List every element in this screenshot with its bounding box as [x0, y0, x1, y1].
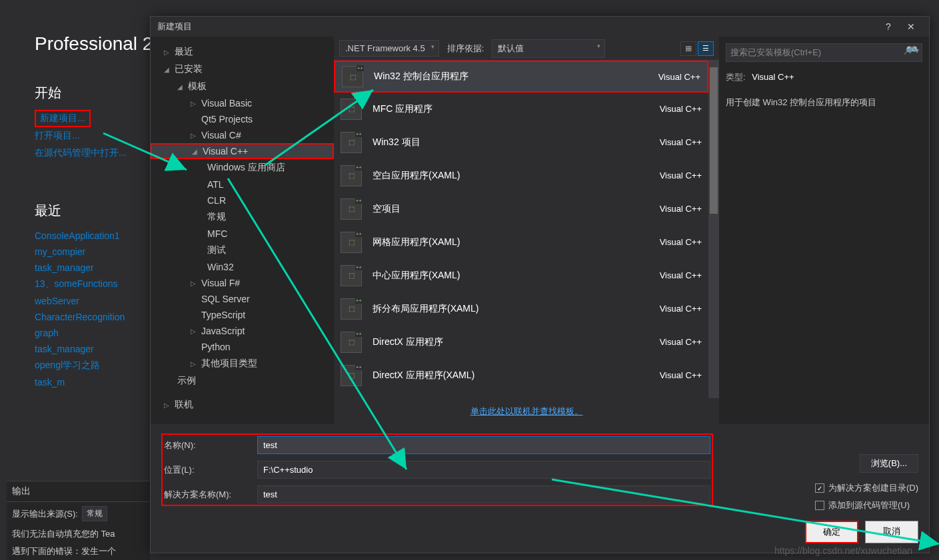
template-lang: Visual C++ — [660, 270, 702, 280]
tree-other[interactable]: ▷其他项目类型 — [151, 355, 334, 372]
tree-vb[interactable]: ▷Visual Basic — [151, 95, 334, 111]
tree-vfs[interactable]: ▷Visual F# — [151, 275, 334, 291]
template-row[interactable]: ⬚ 空白应用程序(XAML) Visual C++ — [334, 159, 708, 192]
template-lang: Visual C++ — [658, 72, 700, 82]
template-lang: Visual C++ — [660, 237, 702, 247]
recent-item[interactable]: task_m — [35, 374, 137, 390]
template-icon: ⬚ — [341, 265, 362, 286]
template-icon: ⬚ — [341, 232, 362, 253]
grid-view-icon[interactable]: ▦ — [680, 41, 696, 56]
tree-online[interactable]: ▷联机 — [151, 396, 334, 414]
template-icon: ⬚ — [341, 298, 362, 320]
tree-vcpp[interactable]: ◢Visual C++ — [151, 143, 334, 159]
template-row[interactable]: ⬚ Win32 控制台应用程序 Visual C++ — [334, 61, 708, 93]
help-button[interactable]: ? — [877, 21, 900, 32]
recent-item[interactable]: 13、someFunctions — [35, 276, 137, 293]
detail-description: 用于创建 Win32 控制台应用程序的项目 — [726, 97, 922, 109]
tree-js[interactable]: ▷JavaScript — [151, 323, 334, 339]
tree-installed[interactable]: ◢已安装 — [151, 61, 334, 78]
template-row[interactable]: ⬚ 中心应用程序(XAML) Visual C++ — [334, 259, 708, 292]
template-row[interactable]: ⬚ DLL (Windows 应用商店应用) Visual C++ — [334, 392, 708, 398]
form-area: 名称(N): test 位置(L): F:\C++studio 解决方案名称(M… — [151, 424, 929, 515]
add-source-control-checkbox[interactable]: 添加到源代码管理(U) — [815, 499, 918, 511]
output-line: 我们无法自动填充您的 Tea — [7, 525, 150, 543]
tree-win32[interactable]: Win32 — [151, 259, 334, 275]
tree-mfc[interactable]: MFC — [151, 226, 334, 242]
tree-common[interactable]: 常规 — [151, 208, 334, 226]
tree-vcs[interactable]: ▷Visual C# — [151, 127, 334, 143]
list-view-icon[interactable]: ☰ — [698, 41, 714, 56]
template-icon: ⬚ — [342, 66, 363, 87]
recent-item[interactable]: opengl学习之路 — [35, 357, 137, 374]
scrollbar-thumb[interactable] — [710, 67, 718, 214]
browse-button[interactable]: 浏览(B)... — [860, 454, 918, 473]
tree-test[interactable]: 测试 — [151, 242, 334, 259]
app-title: Professional 2 — [35, 33, 137, 55]
open-source-control-link[interactable]: 在源代码管理中打开... — [35, 144, 137, 162]
tree-recent[interactable]: ▷最近 — [151, 43, 334, 61]
template-name: Win32 项目 — [373, 137, 660, 148]
start-page: Professional 2 开始 新建项目... 打开项目... 在源代码管理… — [0, 0, 150, 560]
recent-heading: 最近 — [35, 202, 137, 220]
cancel-button[interactable]: 取消 — [865, 521, 918, 543]
template-row[interactable]: ⬚ 拆分布局应用程序(XAML) Visual C++ — [334, 292, 708, 326]
template-toolbar: .NET Framework 4.5 排序依据: 默认值 ▦ ☰ — [334, 37, 719, 61]
template-lang: Visual C++ — [660, 204, 702, 214]
recent-item[interactable]: graph — [35, 325, 137, 341]
template-icon: ⬚ — [341, 198, 362, 220]
open-project-link[interactable]: 打开项目... — [35, 127, 137, 144]
watermark: https://blog.csdn.net/xuwuchetian — [774, 545, 912, 556]
tree-clr[interactable]: CLR — [151, 192, 334, 208]
tree-templates[interactable]: ◢模板 — [151, 78, 334, 95]
recent-item[interactable]: my_compier — [35, 244, 137, 260]
search-icon: 🔎 ▾ — [903, 46, 919, 55]
template-row[interactable]: ⬚ 网格应用程序(XAML) Visual C++ — [334, 226, 708, 259]
template-list: ⬚ Win32 控制台应用程序 Visual C++⬚ MFC 应用程序 Vis… — [334, 61, 708, 398]
tree-ts[interactable]: TypeScript — [151, 307, 334, 323]
solution-name-input[interactable]: test — [257, 485, 710, 503]
dialog-body: ▷最近 ◢已安装 ◢模板 ▷Visual Basic Qt5 Projects … — [151, 37, 929, 424]
online-search-anchor[interactable]: 单击此处以联机并查找模板。 — [470, 406, 583, 416]
tree-atl[interactable]: ATL — [151, 176, 334, 192]
location-input[interactable]: F:\C++studio — [257, 461, 710, 479]
search-input[interactable]: 搜索已安装模板(Ctrl+E) 🔎 ▾ — [726, 43, 922, 62]
template-row[interactable]: ⬚ DirectX 应用程序(XAML) Visual C++ — [334, 359, 708, 392]
solution-name-label: 解决方案名称(M): — [164, 489, 251, 501]
template-icon: ⬚ — [341, 165, 362, 186]
recent-list: ConsoleApplication1my_compiertask_manage… — [35, 228, 137, 390]
template-row[interactable]: ⬚ MFC 应用程序 Visual C++ — [334, 93, 708, 126]
template-row[interactable]: ⬚ Win32 项目 Visual C++ — [334, 126, 708, 159]
template-icon: ⬚ — [341, 365, 362, 386]
recent-item[interactable]: task_manager — [35, 341, 137, 357]
recent-item[interactable]: webServer — [35, 293, 137, 309]
sort-dropdown[interactable]: 默认值 — [492, 39, 605, 58]
recent-item[interactable]: CharacterRecognition — [35, 309, 137, 325]
sort-label: 排序依据: — [445, 43, 487, 55]
new-project-link[interactable]: 新建项目... — [35, 110, 91, 127]
template-lang: Visual C++ — [660, 304, 702, 314]
tree-py[interactable]: Python — [151, 339, 334, 355]
output-source-select[interactable]: 常规 — [82, 506, 107, 521]
name-label: 名称(N): — [164, 439, 251, 451]
name-input[interactable]: test — [257, 436, 710, 454]
template-row[interactable]: ⬚ DirectX 应用程序 Visual C++ — [334, 326, 708, 359]
template-lang: Visual C++ — [660, 137, 702, 147]
output-panel: 输出 显示输出来源(S): 常规 我们无法自动填充您的 Tea 遇到下面的错误：… — [7, 481, 150, 560]
tree-winstore[interactable]: Windows 应用商店 — [151, 159, 334, 176]
template-row[interactable]: ⬚ 空项目 Visual C++ — [334, 192, 708, 226]
template-name: 空项目 — [373, 203, 660, 215]
close-button[interactable]: ✕ — [900, 21, 922, 32]
create-dir-checkbox[interactable]: 为解决方案创建目录(D) — [815, 482, 918, 494]
template-lang: Visual C++ — [660, 170, 702, 180]
recent-item[interactable]: ConsoleApplication1 — [35, 228, 137, 244]
framework-dropdown[interactable]: .NET Framework 4.5 — [339, 40, 439, 57]
template-name: DirectX 应用程序 — [373, 336, 660, 348]
template-lang: Visual C++ — [660, 337, 702, 347]
recent-item[interactable]: task_manager — [35, 260, 137, 276]
tree-samples[interactable]: 示例 — [151, 372, 334, 390]
scrollbar[interactable] — [708, 61, 719, 398]
dialog-title: 新建项目 — [157, 21, 877, 33]
tree-qt5[interactable]: Qt5 Projects — [151, 111, 334, 127]
ok-button[interactable]: 确定 — [805, 521, 858, 543]
tree-sql[interactable]: SQL Server — [151, 291, 334, 307]
